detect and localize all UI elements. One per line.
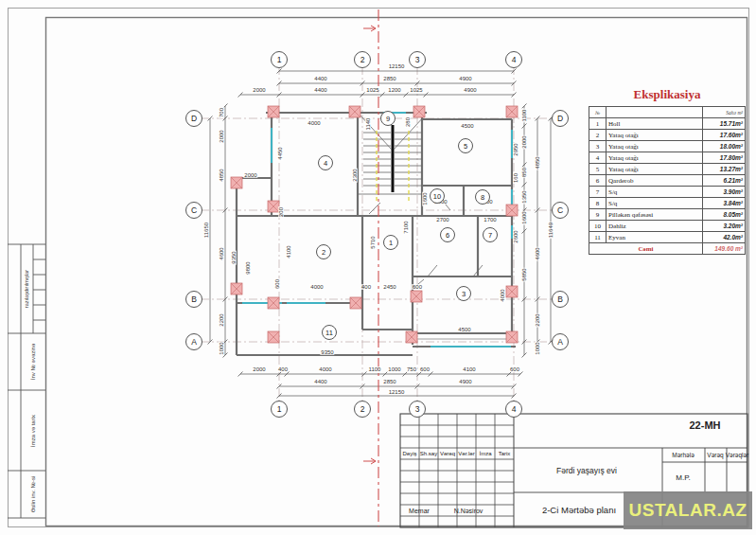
explication-table: Eksplikasiya № Sahə m² 1Holl15.71m²2Yata… <box>589 87 746 255</box>
explication-total-value: 149.60 m² <box>703 243 746 255</box>
rev-header-date: Tarix <box>499 451 511 456</box>
watermark-text: USTALAR.AZ <box>629 500 747 521</box>
dim-label: 2000 <box>243 172 257 178</box>
dim-label: 4000 <box>500 288 505 302</box>
axis-circle: 1 <box>271 51 288 68</box>
axis-circle: C <box>552 202 569 219</box>
explication-header-name <box>607 107 703 118</box>
table-row: 7S/q3.90m² <box>589 187 746 198</box>
rev-header-sheet: Vərəq <box>440 451 455 456</box>
strip-label-original-inv: Əslin inv. №-si <box>30 476 36 513</box>
dim-label: 2700 <box>435 217 449 223</box>
room-number-circle: 9 <box>380 111 396 126</box>
dim-label: 600 <box>274 278 280 290</box>
dim-label: 600 <box>412 284 423 290</box>
room-number-circle: 6 <box>440 227 455 242</box>
dim-label: 4100 <box>286 244 291 259</box>
dim-label: 1200 <box>387 87 401 93</box>
dim-label: 11650 <box>203 222 209 239</box>
room-number-circle: 1 <box>383 235 398 250</box>
dim-label: 1140 <box>365 117 371 132</box>
dim-label: 1600 <box>521 210 527 224</box>
dim-label: 2950 <box>513 142 519 156</box>
drawing-code: 22-MH <box>689 419 720 431</box>
dim-label: 11649 <box>548 222 554 239</box>
dim-label: 1350 <box>521 189 527 204</box>
dim-label: 4900 <box>463 87 477 93</box>
dim-label: 4400 <box>313 76 327 81</box>
dim-label: 4500 <box>457 327 471 332</box>
table-row: 3Yataq otağı18.00m² <box>589 141 746 152</box>
table-row: 8S/q3.84m² <box>589 198 746 209</box>
dim-label: 2850 <box>382 379 396 384</box>
axis-circle: 4 <box>505 51 522 68</box>
stage-column-header: Mərhələ <box>672 452 694 458</box>
dim-label: 600 <box>419 366 431 372</box>
explication-title: Eksplikasiya <box>589 87 746 102</box>
floor-plan-linework <box>0 0 756 535</box>
table-row: 10Dəhliz3.20m² <box>589 221 746 232</box>
dim-label: 2850 <box>382 76 396 81</box>
dim-label: 750 <box>406 366 417 372</box>
strip-label-approvals: razılaşdırılmışlar <box>24 270 29 308</box>
dim-label: 4000 <box>318 366 332 372</box>
rev-header-change: Dəyiş <box>402 451 416 456</box>
table-row: 4Yataq otağı17.80m² <box>589 152 746 164</box>
axis-circle: B <box>552 291 569 308</box>
role-name: N.Nəsirov <box>454 508 483 514</box>
room-number-circle: 4 <box>318 155 333 170</box>
dim-label: 1100 <box>521 109 527 123</box>
dim-label: 400 <box>360 284 372 290</box>
axis-circle: D <box>185 110 202 127</box>
dim-label: 1600 <box>422 191 428 205</box>
dim-label: 1000 <box>219 341 224 355</box>
dim-label: 1025 <box>365 87 379 93</box>
dim-label: 4400 <box>313 379 327 384</box>
sheet-column-header: Vərəq <box>707 452 723 458</box>
room-number-circle: 5 <box>458 138 473 153</box>
axis-circle: 3 <box>409 51 426 68</box>
watermark-banner: USTALAR.AZ <box>624 491 752 529</box>
room-number-circle: 8 <box>475 189 490 205</box>
table-row: 2Yataq otağı17.60m² <box>589 130 746 141</box>
dim-label: 9800 <box>245 260 251 275</box>
dim-label: 2200 <box>219 312 224 327</box>
table-row: 9Pilləkən qəfəsəsi8.05m² <box>589 209 746 221</box>
dim-label: 600 <box>509 366 520 372</box>
dim-label: 4000 <box>309 284 324 290</box>
axis-circle: A <box>552 333 569 350</box>
drawing-sheet: { "watermark": {"text": "USTALAR.AZ", "c… <box>0 0 756 535</box>
dim-label: 4900 <box>458 379 472 384</box>
explication-header-row: № Sahə m² <box>589 107 746 118</box>
dim-label: 4450 <box>277 146 283 160</box>
rev-header-signature: İmza <box>479 451 491 456</box>
dim-label: 7100 <box>403 220 409 234</box>
dim-label: 12150 <box>388 389 406 395</box>
dim-label: 5710 <box>370 235 376 249</box>
explication-total-row: Cəmi 149.60 m² <box>589 243 746 255</box>
axis-circle: A <box>185 333 202 350</box>
explication-header-area: Sahə m² <box>703 107 746 118</box>
axis-circle: C <box>185 202 202 219</box>
dim-label: 2000 <box>252 87 266 93</box>
dim-label: 280 <box>405 116 411 128</box>
axis-circle: 2 <box>354 401 371 418</box>
axis-circle: B <box>185 291 202 308</box>
strip-label-signature-date: İmza və tarix <box>30 415 36 447</box>
dim-label: 4850 <box>535 155 540 169</box>
table-row: 1Holl15.71m² <box>589 118 746 130</box>
role-label: Memar <box>409 508 430 514</box>
dim-label: 12150 <box>388 63 406 69</box>
sheet-title: 2-Ci Mərtəbə planı <box>542 505 616 515</box>
dim-label: 4500 <box>460 123 474 129</box>
room-number-circle: 11 <box>322 325 337 340</box>
dim-label: 2600 <box>513 229 519 243</box>
dim-label: 1700 <box>483 217 497 223</box>
dim-label: 2000 <box>252 366 266 372</box>
axis-circle: D <box>552 110 569 127</box>
dim-label: 700 <box>219 107 224 118</box>
room-number-circle: 7 <box>483 227 498 242</box>
dim-label: 4100 <box>462 366 476 372</box>
room-number-circle: 10 <box>430 188 445 204</box>
dim-label: 2450 <box>382 284 396 290</box>
